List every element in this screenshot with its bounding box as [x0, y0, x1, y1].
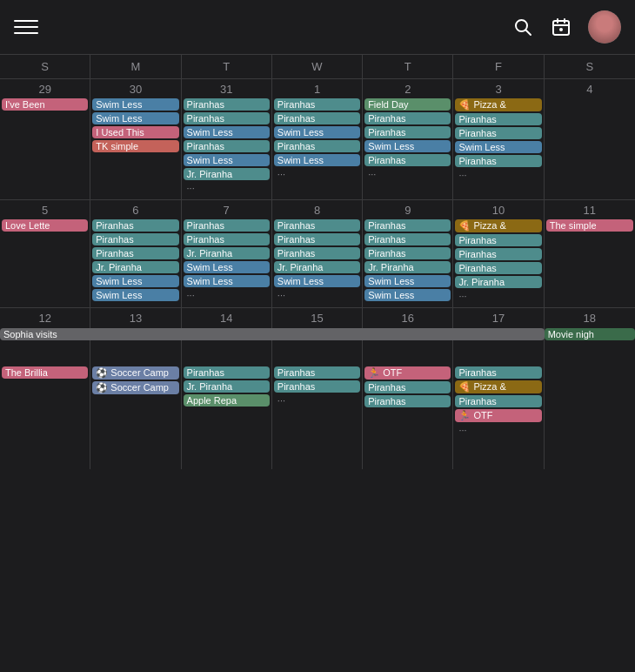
event-item[interactable]: Piranhas: [184, 233, 270, 245]
event-item[interactable]: I've Been: [2, 98, 88, 111]
event-item[interactable]: Piranhas: [364, 112, 451, 124]
event-item[interactable]: Swim Less: [92, 112, 178, 124]
event-item[interactable]: Piranhas: [455, 395, 541, 407]
event-item[interactable]: Swim Less: [274, 154, 360, 166]
event-item[interactable]: Piranhas: [274, 247, 360, 259]
event-item[interactable]: ···: [184, 289, 270, 301]
avatar[interactable]: [588, 10, 621, 44]
event-item[interactable]: TK simple: [92, 140, 178, 152]
event-item[interactable]: Piranhas: [364, 381, 451, 393]
event-item[interactable]: Piranhas: [184, 366, 270, 379]
event-item[interactable]: Jr. Piranha: [274, 261, 360, 273]
event-item[interactable]: 🍕 Pizza &: [455, 380, 541, 393]
event-item[interactable]: Piranhas: [364, 233, 451, 245]
day-cell-9[interactable]: 9PiranhasPiranhasPiranhasJr. PiranhaSwim…: [363, 200, 453, 307]
event-item[interactable]: Piranhas: [364, 154, 451, 166]
calendar-button[interactable]: [550, 16, 572, 38]
event-item[interactable]: Piranhas: [274, 112, 360, 124]
spanning-event[interactable]: Movie nigh: [545, 328, 635, 340]
day-cell-12[interactable]: The Brillia: [0, 365, 90, 469]
event-item[interactable]: Piranhas: [364, 247, 451, 259]
event-item[interactable]: Swim Less: [455, 141, 541, 153]
event-item[interactable]: Piranhas: [274, 219, 360, 232]
event-item[interactable]: Swim Less: [92, 275, 178, 287]
event-item[interactable]: Piranhas: [455, 234, 541, 246]
event-item[interactable]: Jr. Piranha: [92, 261, 178, 273]
event-item[interactable]: Jr. Piranha: [184, 247, 270, 259]
day-cell-10[interactable]: 10🍕 Pizza &PiranhasPiranhasPiranhasJr. P…: [453, 200, 544, 307]
event-item[interactable]: ···: [274, 168, 360, 180]
day-cell-31[interactable]: 31PiranhasPiranhasSwim LessPiranhasSwim …: [182, 79, 272, 199]
event-item[interactable]: Piranhas: [455, 127, 541, 139]
event-item[interactable]: Apple Repa: [184, 394, 270, 407]
event-item[interactable]: ···: [274, 289, 360, 301]
day-cell-16[interactable]: 🏃 OTFPiranhasPiranhas: [363, 365, 453, 469]
event-item[interactable]: ···: [455, 424, 541, 436]
event-item[interactable]: Jr. Piranha: [455, 276, 541, 288]
event-item[interactable]: Swim Less: [92, 289, 178, 301]
event-item[interactable]: The simple: [546, 219, 633, 232]
event-item[interactable]: ···: [184, 182, 270, 194]
event-item[interactable]: Piranhas: [455, 262, 541, 274]
event-item[interactable]: I Used This: [92, 126, 178, 138]
event-item[interactable]: The Brillia: [2, 366, 88, 379]
event-item[interactable]: Jr. Piranha: [184, 380, 270, 393]
event-item[interactable]: Piranhas: [455, 366, 541, 379]
day-cell-13[interactable]: ⚽ Soccer Camp⚽ Soccer Camp: [90, 365, 181, 469]
event-item[interactable]: 🍕 Pizza &: [455, 219, 541, 232]
event-item[interactable]: Swim Less: [184, 275, 270, 287]
event-item[interactable]: Swim Less: [184, 261, 270, 273]
event-item[interactable]: Jr. Piranha: [184, 168, 270, 180]
day-cell-18[interactable]: [545, 365, 635, 469]
day-cell-17[interactable]: Piranhas🍕 Pizza &Piranhas🏃 OTF···: [453, 365, 544, 469]
event-item[interactable]: Piranhas: [274, 366, 360, 379]
event-item[interactable]: ···: [364, 168, 451, 180]
day-cell-11[interactable]: 11The simple: [545, 200, 635, 307]
day-cell-30[interactable]: 30Swim LessSwim LessI Used ThisTK simple: [90, 79, 181, 199]
event-item[interactable]: Piranhas: [92, 247, 178, 259]
day-cell-3[interactable]: 3🍕 Pizza &PiranhasPiranhasSwim LessPiran…: [453, 79, 544, 199]
day-cell-29[interactable]: 29I've Been: [0, 79, 90, 199]
event-item[interactable]: Swim Less: [364, 275, 451, 287]
event-item[interactable]: ···: [455, 290, 541, 302]
search-button[interactable]: [511, 16, 534, 38]
day-cell-6[interactable]: 6PiranhasPiranhasPiranhasJr. PiranhaSwim…: [90, 200, 181, 307]
event-item[interactable]: ···: [274, 394, 360, 407]
event-item[interactable]: 🍕 Pizza &: [455, 98, 541, 111]
day-cell-8[interactable]: 8PiranhasPiranhasPiranhasJr. PiranhaSwim…: [272, 200, 363, 307]
event-item[interactable]: Piranhas: [92, 219, 178, 232]
event-item[interactable]: Piranhas: [184, 219, 270, 232]
event-item[interactable]: Piranhas: [184, 112, 270, 124]
event-item[interactable]: Piranhas: [364, 126, 451, 138]
event-item[interactable]: Swim Less: [184, 154, 270, 166]
menu-button[interactable]: [14, 15, 38, 39]
day-cell-7[interactable]: 7PiranhasPiranhasJr. PiranhaSwim LessSwi…: [182, 200, 272, 307]
event-item[interactable]: Piranhas: [364, 395, 451, 407]
event-item[interactable]: ···: [455, 169, 541, 181]
event-item[interactable]: Piranhas: [274, 380, 360, 393]
event-item[interactable]: Piranhas: [455, 248, 541, 260]
event-item[interactable]: Piranhas: [274, 98, 360, 111]
event-item[interactable]: Piranhas: [274, 140, 360, 152]
day-cell-14[interactable]: PiranhasJr. PiranhaApple Repa: [182, 365, 272, 469]
event-item[interactable]: ⚽ Soccer Camp: [92, 366, 178, 380]
event-item[interactable]: Love Lette: [2, 219, 88, 232]
event-item[interactable]: Jr. Piranha: [364, 261, 451, 273]
event-item[interactable]: Piranhas: [92, 233, 178, 245]
event-item[interactable]: Piranhas: [364, 219, 451, 232]
event-item[interactable]: Swim Less: [92, 98, 178, 111]
event-item[interactable]: Swim Less: [274, 275, 360, 287]
day-cell-1[interactable]: 1PiranhasPiranhasSwim LessPiranhasSwim L…: [272, 79, 363, 199]
event-item[interactable]: Swim Less: [274, 126, 360, 138]
day-cell-4[interactable]: 4: [545, 79, 635, 199]
event-item[interactable]: Piranhas: [184, 140, 270, 152]
event-item[interactable]: 🏃 OTF: [455, 409, 541, 422]
day-cell-15[interactable]: PiranhasPiranhas···: [272, 365, 363, 469]
spanning-event[interactable]: Sophia visits: [0, 328, 545, 340]
event-item[interactable]: Piranhas: [274, 233, 360, 245]
event-item[interactable]: Piranhas: [184, 98, 270, 111]
event-item[interactable]: Piranhas: [455, 113, 541, 125]
event-item[interactable]: Field Day: [364, 98, 451, 111]
event-item[interactable]: Swim Less: [184, 126, 270, 138]
event-item[interactable]: Swim Less: [364, 140, 451, 152]
